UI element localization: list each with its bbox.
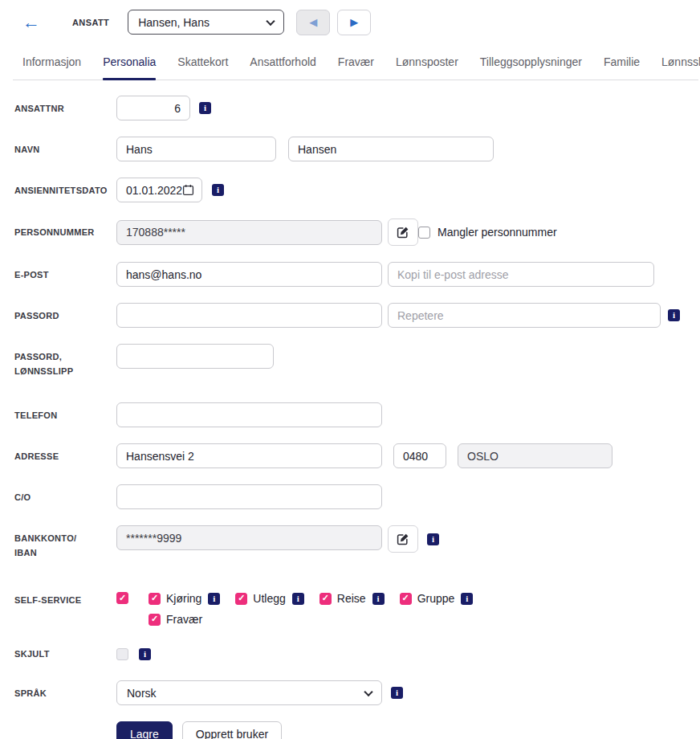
row-skjult: SKJULT i <box>14 647 686 661</box>
row-passord-lonnsslipp: PASSORD, LØNNSSLIPP <box>14 344 686 378</box>
entity-label: ANSATT <box>72 18 109 27</box>
sprak-info-icon[interactable]: i <box>391 687 403 699</box>
skjult-info-icon[interactable]: i <box>139 648 151 660</box>
ansattnr-label: ANSATTNR <box>14 101 116 116</box>
bankkonto-label-line1: BANKKONTO/ <box>14 533 76 543</box>
employee-header: ← ANSATT Hansen, Hans ◀ ▶ <box>0 0 700 44</box>
skjult-checkbox[interactable] <box>116 648 128 660</box>
kjoring-checkbox[interactable] <box>149 593 161 605</box>
employee-select-wrap: Hansen, Hans <box>128 10 284 35</box>
epost-input[interactable] <box>116 262 382 287</box>
personnummer-label: PERSONNUMMER <box>14 225 116 239</box>
active-tab-underline <box>103 78 156 80</box>
utlegg-info-icon[interactable]: i <box>292 593 304 605</box>
fravaer-checkbox[interactable] <box>149 614 161 626</box>
next-triangle-icon: ▶ <box>350 17 358 27</box>
save-button[interactable]: Lagre <box>116 721 173 739</box>
row-co: C/O <box>14 484 686 509</box>
passord-repeat-input[interactable] <box>388 303 661 328</box>
previous-employee-button[interactable]: ◀ <box>296 10 330 35</box>
postal-code-input[interactable] <box>393 443 446 468</box>
adresse-label: ADRESSE <box>14 449 116 463</box>
tab-informasjon[interactable]: Informasjon <box>22 51 81 80</box>
row-actions: Lagre Opprett bruker <box>14 721 686 739</box>
row-navn: NAVN <box>14 137 686 161</box>
edit-pencil-icon <box>397 226 409 239</box>
reise-checkbox[interactable] <box>319 593 332 605</box>
epost-copy-input[interactable] <box>388 262 654 287</box>
row-ansattnr: ANSATTNR i <box>14 96 686 120</box>
ansattnr-input[interactable] <box>116 96 190 120</box>
self-service-option-fravaer: Fravær <box>149 613 202 626</box>
back-arrow-icon[interactable]: ← <box>22 14 40 31</box>
kjoring-label: Kjøring <box>166 592 201 605</box>
row-telefon: TELEFON <box>14 402 686 427</box>
tab-fravaer[interactable]: Fravær <box>338 51 374 80</box>
mangler-personnummer-checkbox[interactable] <box>418 227 430 239</box>
next-employee-button[interactable]: ▶ <box>337 10 371 35</box>
row-ansiennitetsdato: ANSIENNITETSDATO 01.01.2022 i <box>14 178 686 202</box>
kjoring-info-icon[interactable]: i <box>208 593 220 605</box>
last-name-input[interactable] <box>288 137 494 161</box>
tab-familie[interactable]: Familie <box>604 51 640 80</box>
self-service-label: SELF-SERVICE <box>14 592 116 607</box>
bankkonto-input <box>116 525 382 550</box>
gruppe-info-icon[interactable]: i <box>461 593 473 605</box>
gruppe-label: Gruppe <box>417 592 455 605</box>
reise-label: Reise <box>337 592 366 605</box>
edit-pencil-icon <box>397 533 409 545</box>
self-service-options-line-2: Fravær <box>149 613 473 626</box>
gruppe-checkbox[interactable] <box>400 593 412 605</box>
street-input[interactable] <box>116 443 382 468</box>
telefon-input[interactable] <box>116 402 382 427</box>
row-self-service: SELF-SERVICE Kjøring i Utlegg i Reise i <box>14 592 686 626</box>
passord-input[interactable] <box>116 303 382 328</box>
employee-select[interactable]: Hansen, Hans <box>128 10 284 35</box>
row-bankkonto: BANKKONTO/ IBAN i <box>14 525 686 560</box>
sprak-select-wrap: Norsk <box>116 680 382 705</box>
sprak-select[interactable]: Norsk <box>116 680 382 705</box>
row-sprak: SPRÅK Norsk i <box>14 680 686 705</box>
row-adresse: ADRESSE <box>14 443 686 468</box>
telefon-label: TELEFON <box>14 408 116 423</box>
row-epost: E-POST <box>14 262 686 287</box>
personnummer-edit-button[interactable] <box>388 218 418 246</box>
utlegg-label: Utlegg <box>253 592 285 605</box>
passord-info-icon[interactable]: i <box>668 309 680 321</box>
first-name-input[interactable] <box>116 137 276 161</box>
mangler-personnummer-label: Mangler personnummer <box>438 226 557 239</box>
self-service-option-reise: Reise i <box>319 592 385 605</box>
tab-bar: Informasjon Personalia Skattekort Ansatt… <box>13 51 698 80</box>
row-passord: PASSORD i <box>14 303 686 328</box>
bankkonto-info-icon[interactable]: i <box>427 533 439 545</box>
calendar-icon[interactable] <box>182 184 194 196</box>
passord-lonnsslipp-input[interactable] <box>116 344 274 369</box>
utlegg-checkbox[interactable] <box>235 593 247 605</box>
tab-ansattforhold[interactable]: Ansattforhold <box>250 51 316 80</box>
tab-lonnsslipper[interactable]: Lønnsslipper <box>661 51 700 80</box>
self-service-option-kjoring: Kjøring i <box>149 592 220 605</box>
bankkonto-edit-button[interactable] <box>388 525 418 553</box>
tab-tilleggsopplysninger[interactable]: Tilleggsopplysninger <box>480 51 582 80</box>
fravaer-label: Fravær <box>166 613 202 626</box>
ansiennitetsdato-value: 01.01.2022 <box>126 184 182 197</box>
bankkonto-label-line2: IBAN <box>14 548 37 557</box>
tab-lonnsposter[interactable]: Lønnsposter <box>396 51 458 80</box>
co-input[interactable] <box>116 484 382 509</box>
row-personnummer: PERSONNUMMER Mangler personnummer <box>14 218 686 246</box>
passord-label: PASSORD <box>14 308 116 323</box>
skjult-label: SKJULT <box>14 647 116 661</box>
tab-skattekort[interactable]: Skattekort <box>177 51 228 80</box>
personnummer-input <box>116 220 382 245</box>
ansattnr-info-icon[interactable]: i <box>199 102 211 114</box>
navn-label: NAVN <box>14 142 116 157</box>
city-input <box>458 443 612 468</box>
reise-info-icon[interactable]: i <box>372 593 385 605</box>
ansiennitetsdato-date-input[interactable]: 01.01.2022 <box>116 178 202 202</box>
passord-lonnsslipp-label-line2: LØNNSSLIPP <box>14 366 73 376</box>
create-user-button[interactable]: Opprett bruker <box>182 721 282 739</box>
tab-personalia[interactable]: Personalia <box>103 51 156 80</box>
ansiennitetsdato-info-icon[interactable]: i <box>212 184 224 196</box>
passord-lonnsslipp-label-line1: PASSORD, <box>14 352 62 361</box>
self-service-master-checkbox[interactable] <box>116 592 128 604</box>
